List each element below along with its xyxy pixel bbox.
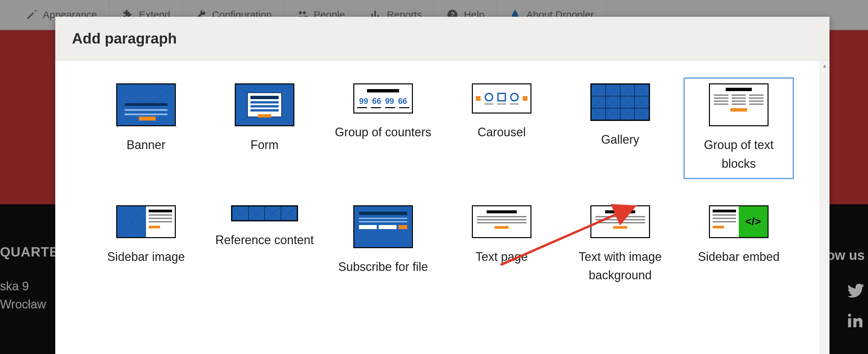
carousel-next-icon bbox=[523, 96, 527, 101]
text-page-thumbnail bbox=[472, 205, 531, 238]
group-text-blocks-thumbnail bbox=[709, 83, 769, 126]
paragraph-type-grid: Banner Form 99 bbox=[91, 77, 794, 291]
option-banner[interactable]: Banner bbox=[91, 77, 201, 179]
option-group-text-blocks[interactable]: Group of text blocks bbox=[683, 77, 794, 179]
add-paragraph-modal: Add paragraph ▴ Banner bbox=[55, 17, 830, 354]
subscribe-file-thumbnail bbox=[353, 205, 413, 248]
text-image-bg-thumbnail bbox=[590, 205, 650, 238]
reference-content-thumbnail bbox=[231, 205, 298, 222]
option-label: Reference content bbox=[215, 231, 314, 249]
option-label: Banner bbox=[127, 136, 165, 154]
modal-header: Add paragraph bbox=[55, 17, 830, 61]
modal-title: Add paragraph bbox=[72, 30, 813, 47]
option-label: Sidebar embed bbox=[698, 247, 780, 266]
option-label: Subscribe for file bbox=[338, 258, 428, 276]
modal-body: ▴ Banner bbox=[55, 61, 830, 354]
carousel-prev-icon bbox=[476, 96, 480, 101]
code-icon: </> bbox=[745, 215, 761, 228]
scrollbar[interactable]: ▴ bbox=[819, 61, 830, 354]
sidebar-embed-thumbnail: </> bbox=[709, 205, 769, 238]
counter-sample: 66 bbox=[398, 96, 407, 106]
option-sidebar-embed[interactable]: </> Sidebar embed bbox=[683, 199, 794, 291]
counter-sample: 99 bbox=[359, 96, 368, 106]
gallery-thumbnail bbox=[590, 83, 650, 121]
option-label: Gallery bbox=[601, 130, 639, 149]
option-gallery[interactable]: Gallery bbox=[565, 77, 676, 179]
option-label: Group of text blocks bbox=[688, 136, 789, 173]
option-label: Sidebar image bbox=[107, 247, 185, 266]
option-label: Text with image background bbox=[569, 247, 671, 285]
counters-thumbnail: 99 66 99 66 bbox=[353, 83, 413, 114]
option-label: Carousel bbox=[477, 123, 526, 142]
option-text-image-bg[interactable]: Text with image background bbox=[565, 199, 676, 291]
option-form[interactable]: Form bbox=[209, 77, 320, 179]
sidebar-image-thumbnail bbox=[116, 205, 176, 238]
option-counters[interactable]: 99 66 99 66 Group of counters bbox=[328, 77, 438, 179]
scrollbar-up-icon[interactable]: ▴ bbox=[821, 62, 828, 69]
option-text-page[interactable]: Text page bbox=[446, 199, 557, 291]
carousel-thumbnail bbox=[472, 83, 531, 114]
option-reference-content[interactable]: Reference content bbox=[209, 199, 320, 291]
option-label: Text page bbox=[475, 247, 528, 266]
option-label: Form bbox=[250, 136, 279, 154]
option-carousel[interactable]: Carousel bbox=[446, 77, 557, 179]
banner-thumbnail bbox=[116, 83, 176, 126]
counter-sample: 99 bbox=[385, 96, 394, 106]
option-subscribe-file[interactable]: Subscribe for file bbox=[328, 199, 438, 291]
form-thumbnail bbox=[235, 83, 294, 126]
counter-sample: 66 bbox=[372, 96, 381, 106]
option-label: Group of counters bbox=[335, 123, 431, 142]
option-sidebar-image[interactable]: Sidebar image bbox=[91, 199, 201, 291]
